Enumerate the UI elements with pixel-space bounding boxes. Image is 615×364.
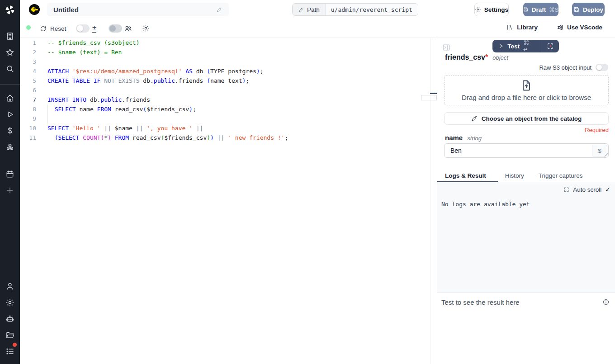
ai-robot-icon[interactable]	[5, 314, 14, 323]
resources-cluster-icon[interactable]	[5, 142, 14, 151]
workspace-icon[interactable]	[5, 32, 14, 41]
arg-type: string	[467, 135, 482, 142]
code-editor[interactable]: 1-- $friends_csv (s3object)2-- $name (te…	[20, 38, 430, 364]
raw-s3-toggle-row: Raw S3 object input	[539, 64, 608, 71]
panel-resize-handle[interactable]	[430, 93, 437, 94]
editor-scroll-strip	[430, 38, 437, 364]
auto-scroll-toggle[interactable]: Auto scroll ✓	[563, 186, 610, 193]
tab-history[interactable]: History	[498, 171, 531, 182]
code-line[interactable]: 2-- $name (text) = Ben	[20, 47, 430, 57]
code-line[interactable]: 9	[20, 114, 430, 123]
editor-settings-gear-icon[interactable]	[142, 24, 150, 32]
file-dropzone[interactable]: Drag and drop a file here or click to br…	[444, 75, 609, 105]
line-number[interactable]: 11	[20, 133, 36, 142]
code-text: SELECT 'Hello ' || $name || ', you have …	[36, 123, 203, 133]
deploy-label: Deploy	[583, 6, 603, 13]
app-sidebar	[0, 0, 20, 364]
code-line[interactable]: 4ATTACH '$res:u/demo/amazed_postgresql' …	[20, 66, 430, 76]
multiplayer-users-icon	[124, 24, 132, 33]
use-vscode-button[interactable]: Use VScode	[557, 24, 602, 31]
result-placeholder: Test to see the result here	[441, 298, 520, 306]
code-line[interactable]: 5CREATE TABLE IF NOT EXISTS db.public.fr…	[20, 76, 430, 85]
result-tabs: Logs & Result History Trigger captures	[437, 171, 615, 182]
line-number[interactable]: 2	[20, 47, 36, 57]
runs-play-icon[interactable]	[5, 110, 14, 119]
line-number[interactable]: 6	[20, 85, 36, 95]
draft-label: Draft	[532, 6, 546, 13]
choose-object-button[interactable]: Choose an object from the catalog	[444, 112, 609, 125]
code-text: SELECT name FROM read_csv($friends_csv);	[36, 104, 196, 114]
windmill-logo-icon[interactable]	[5, 5, 15, 15]
code-line[interactable]: 1-- $friends_csv (s3object)	[20, 38, 430, 47]
reset-label: Reset	[50, 25, 66, 32]
folders-icon[interactable]	[5, 331, 14, 340]
line-number[interactable]: 9	[20, 114, 36, 123]
line-number[interactable]: 7	[20, 95, 36, 104]
check-icon: ✓	[605, 186, 610, 193]
code-line[interactable]: 3	[20, 57, 430, 66]
tab-trigger-captures[interactable]: Trigger captures	[531, 171, 590, 182]
name-field-wrapper: $	[444, 143, 609, 158]
deploy-button[interactable]: Deploy	[572, 3, 605, 16]
draft-button[interactable]: Draft ⌘S	[523, 3, 558, 16]
raw-s3-toggle[interactable]	[596, 64, 608, 71]
code-line[interactable]: 7INSERT INTO db.public.friends	[20, 95, 430, 104]
code-lines: 1-- $friends_csv (s3object)2-- $name (te…	[20, 38, 430, 142]
choose-object-label: Choose an object from the catalog	[482, 115, 582, 122]
textarea-resize-handle[interactable]	[604, 153, 608, 157]
code-text: (SELECT COUNT(*) FROM read_csv($friends_…	[36, 133, 288, 142]
logs-panel: Auto scroll ✓ No logs are available yet	[437, 182, 615, 293]
settings-button[interactable]: Settings	[474, 3, 509, 16]
reset-button[interactable]: Reset	[40, 24, 66, 33]
test-button[interactable]: Test ⌘ ↵	[492, 39, 541, 53]
code-line[interactable]: 6	[20, 85, 430, 95]
name-field[interactable]	[445, 144, 608, 157]
line-number[interactable]: 5	[20, 76, 36, 85]
info-icon[interactable]	[602, 298, 610, 306]
result-panel: Test to see the result here	[437, 293, 615, 364]
line-number[interactable]: 1	[20, 38, 36, 47]
settings-gear-icon[interactable]	[5, 298, 14, 307]
tab-logs-result[interactable]: Logs & Result	[437, 171, 498, 182]
arg-name: friends_csv*	[445, 53, 488, 61]
raw-s3-label: Raw S3 object input	[539, 64, 591, 71]
arg-name: name	[445, 134, 463, 142]
line-number[interactable]: 8	[20, 104, 36, 114]
script-title-input[interactable]: Untitled	[47, 3, 229, 16]
code-text: -- $name (text) = Ben	[36, 47, 122, 57]
user-icon[interactable]	[5, 282, 14, 291]
file-upload-icon	[520, 79, 533, 92]
line-number[interactable]: 4	[20, 66, 36, 76]
library-label: Library	[517, 24, 538, 31]
add-plus-icon[interactable]	[5, 186, 14, 195]
library-button[interactable]: Library	[506, 24, 538, 31]
path-value: u/admin/reverent_script	[326, 4, 418, 15]
library-icon	[506, 24, 513, 31]
vscode-icon	[557, 24, 563, 31]
path-button[interactable]: Path u/admin/reverent_script	[292, 3, 418, 16]
line-number[interactable]: 3	[20, 57, 36, 66]
code-line[interactable]: 11 (SELECT COUNT(*) FROM read_csv($frien…	[20, 133, 430, 142]
overview-ruler-current-line	[421, 95, 437, 100]
audit-list-icon[interactable]	[5, 347, 14, 356]
schedules-calendar-icon[interactable]	[5, 170, 14, 179]
edit-pencil-icon	[216, 6, 222, 13]
home-icon[interactable]	[5, 94, 14, 103]
code-line[interactable]: 10SELECT 'Hello ' || $name || ', you hav…	[20, 123, 430, 133]
search-icon[interactable]	[5, 64, 14, 73]
diff-toggle[interactable]	[76, 24, 90, 33]
code-text	[36, 85, 47, 95]
duckdb-language-icon[interactable]	[29, 4, 40, 15]
code-text: ATTACH '$res:u/demo/amazed_postgresql' A…	[36, 66, 263, 76]
variables-dollar-icon[interactable]	[5, 126, 14, 135]
multiplayer-toggle[interactable]	[109, 24, 122, 33]
required-badge: Required	[585, 127, 609, 133]
capture-run-button[interactable]	[541, 40, 559, 52]
favorites-star-icon[interactable]	[5, 48, 14, 57]
settings-gear-icon	[475, 6, 481, 13]
code-line[interactable]: 8 SELECT name FROM read_csv($friends_csv…	[20, 104, 430, 114]
collapse-panel-icon[interactable]	[442, 43, 451, 52]
code-text	[36, 114, 47, 123]
draft-shortcut: ⌘S	[549, 6, 558, 13]
line-number[interactable]: 10	[20, 123, 36, 133]
